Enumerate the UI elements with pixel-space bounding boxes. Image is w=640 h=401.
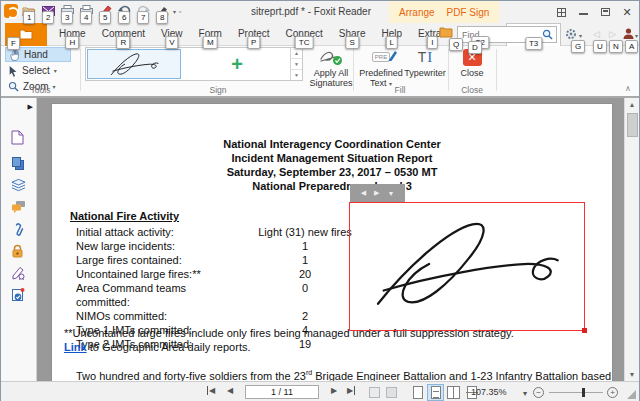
zoom-slider-thumb[interactable] bbox=[582, 388, 585, 397]
fire-row: Initial attack activity:Light (31) new f… bbox=[70, 225, 370, 239]
zoom-level[interactable]: 107.35% bbox=[471, 387, 507, 397]
keytip: R bbox=[116, 36, 130, 49]
signature-placement-box[interactable] bbox=[349, 202, 585, 331]
collapse-ribbon-icon[interactable]: ∧ bbox=[625, 84, 631, 93]
account-avatar-icon[interactable]: A bbox=[622, 27, 635, 40]
keytip: U bbox=[593, 40, 607, 53]
fire-row: Large fires contained:1 bbox=[70, 253, 370, 267]
keytip: Q bbox=[449, 38, 463, 51]
zoom-caret-icon[interactable]: ▾ bbox=[523, 389, 527, 398]
pdf-sign-icon[interactable]: 8 bbox=[154, 3, 170, 19]
tab-comment[interactable]: CommentR bbox=[94, 23, 153, 46]
next-view-icon[interactable] bbox=[386, 387, 397, 400]
zoom-in-button[interactable]: + bbox=[607, 387, 618, 398]
keytip: 7 bbox=[137, 11, 149, 24]
stamps-icon[interactable] bbox=[11, 287, 27, 303]
keytip: S bbox=[346, 36, 359, 49]
keytip: N bbox=[609, 40, 623, 53]
facing-view-button[interactable] bbox=[445, 384, 462, 401]
scroll-down-icon[interactable]: ▼ bbox=[625, 371, 639, 378]
window-controls: ✕ bbox=[555, 1, 633, 23]
undo-icon[interactable]: 6 bbox=[116, 3, 132, 19]
keytip: A bbox=[625, 40, 638, 53]
keytip: 2 bbox=[42, 11, 54, 24]
quick-print-icon[interactable]: 4 bbox=[78, 3, 94, 19]
file-tab[interactable]: F bbox=[5, 23, 47, 46]
redo-icon[interactable]: 7 bbox=[135, 3, 151, 19]
attachments-icon[interactable] bbox=[11, 222, 27, 238]
typewriter-button[interactable]: TI Typewriter bbox=[404, 47, 446, 78]
signature-gallery: + ▲ ▼ ▼ bbox=[85, 47, 303, 81]
keytip: 3 bbox=[61, 11, 73, 24]
tab-home[interactable]: HomeH bbox=[51, 23, 94, 46]
restore-button[interactable] bbox=[599, 6, 611, 18]
minimize-button[interactable] bbox=[577, 6, 589, 18]
next-page-button[interactable]: ▶ bbox=[331, 386, 337, 395]
keytip: I bbox=[427, 36, 437, 49]
document-view[interactable]: National Interagency Coordination Center… bbox=[37, 98, 626, 381]
account-caret-icon[interactable]: ▾ bbox=[635, 32, 638, 39]
forward-arrow-icon[interactable]: ▷ N bbox=[609, 29, 616, 39]
prev-signature-icon[interactable]: ◀ bbox=[361, 189, 366, 197]
select-tool-button[interactable]: Select ▾ bbox=[5, 63, 71, 78]
search-icon[interactable] bbox=[542, 29, 556, 40]
open-document-icon[interactable]: Q bbox=[439, 26, 453, 38]
bookmarks-icon[interactable] bbox=[11, 156, 27, 172]
keytip: 4 bbox=[80, 11, 92, 24]
tab-help[interactable]: HelpL bbox=[374, 23, 411, 46]
tab-view-icon[interactable] bbox=[555, 6, 567, 18]
hand-tool-label: Hand bbox=[24, 49, 48, 60]
print-icon[interactable]: 3 bbox=[59, 3, 75, 19]
layers-icon[interactable] bbox=[11, 178, 27, 194]
security-lock-icon[interactable] bbox=[11, 244, 27, 260]
customize-quick-access-icon[interactable]: ▫ bbox=[179, 8, 181, 15]
gallery-scroll-up-icon[interactable]: ▲ bbox=[291, 48, 302, 59]
resize-handle[interactable] bbox=[582, 328, 587, 333]
gear-icon[interactable]: G bbox=[565, 28, 577, 40]
zoom-out-button[interactable]: − bbox=[533, 387, 544, 398]
foxit-logo-icon[interactable] bbox=[4, 4, 18, 18]
highlight-icon[interactable]: 5 bbox=[97, 3, 113, 19]
next-signature-icon[interactable]: ▶ bbox=[374, 189, 379, 197]
single-page-view-button[interactable] bbox=[409, 384, 426, 401]
tab-form[interactable]: FormM bbox=[191, 23, 230, 46]
gear-dropdown-caret-icon[interactable]: ▾ bbox=[579, 32, 582, 39]
geographic-reports-link[interactable]: Link bbox=[64, 341, 87, 353]
saved-signature-item[interactable] bbox=[87, 49, 181, 79]
tab-connect[interactable]: ConnectTC bbox=[278, 23, 331, 46]
sidebar-expand-icon[interactable]: ▶ bbox=[28, 103, 33, 111]
link-line: Link to Geographic Area daily reports. bbox=[64, 340, 251, 354]
back-arrow-icon[interactable]: ◁ U bbox=[593, 29, 600, 39]
previous-view-icon[interactable] bbox=[369, 387, 380, 400]
contextual-tab-pdf-sign: PDF Sign bbox=[447, 7, 490, 18]
open-file-icon[interactable]: 1 bbox=[21, 3, 37, 19]
last-page-button[interactable]: ▶ bbox=[347, 386, 355, 395]
scroll-up-icon[interactable]: ▲ bbox=[625, 101, 639, 108]
tab-share[interactable]: ShareS bbox=[331, 23, 374, 46]
zoom-slider-track[interactable] bbox=[549, 392, 603, 393]
page-thumbnails-icon[interactable] bbox=[11, 130, 27, 146]
continuous-view-button[interactable] bbox=[427, 384, 444, 401]
close-window-button[interactable]: ✕ bbox=[621, 6, 633, 18]
main-area: ▶ bbox=[1, 98, 639, 381]
add-signature-button[interactable]: + bbox=[184, 49, 290, 79]
predefined-text-button[interactable]: PRE Predefined Text ▾ bbox=[358, 47, 404, 89]
comments-icon[interactable] bbox=[11, 200, 27, 216]
scrollbar-thumb[interactable] bbox=[627, 113, 638, 137]
page-number-box[interactable]: 1 / 11 bbox=[245, 385, 319, 399]
keytip: H bbox=[65, 36, 79, 49]
signature-options-caret-icon[interactable]: ▼ bbox=[387, 190, 394, 197]
gallery-expand-icon[interactable]: ▼ bbox=[291, 70, 302, 80]
tab-view[interactable]: ViewV bbox=[153, 23, 191, 46]
apply-all-signatures-button[interactable]: Apply All Signatures bbox=[307, 47, 355, 88]
qat-dropdown-caret-icon[interactable]: ▾ bbox=[173, 8, 176, 15]
gallery-scroll-down-icon[interactable]: ▼ bbox=[291, 59, 302, 70]
digital-signatures-icon[interactable] bbox=[11, 266, 27, 282]
keytip: T3 bbox=[525, 37, 542, 50]
previous-page-button[interactable]: ◀ bbox=[227, 386, 233, 395]
sign-group-caption: Sign bbox=[85, 85, 351, 95]
first-page-button[interactable]: ◀ bbox=[207, 386, 215, 395]
tab-protect[interactable]: ProtectP bbox=[230, 23, 278, 46]
email-icon[interactable]: 2 bbox=[40, 3, 56, 19]
vertical-scrollbar[interactable]: ▲ ▼ bbox=[624, 98, 639, 381]
